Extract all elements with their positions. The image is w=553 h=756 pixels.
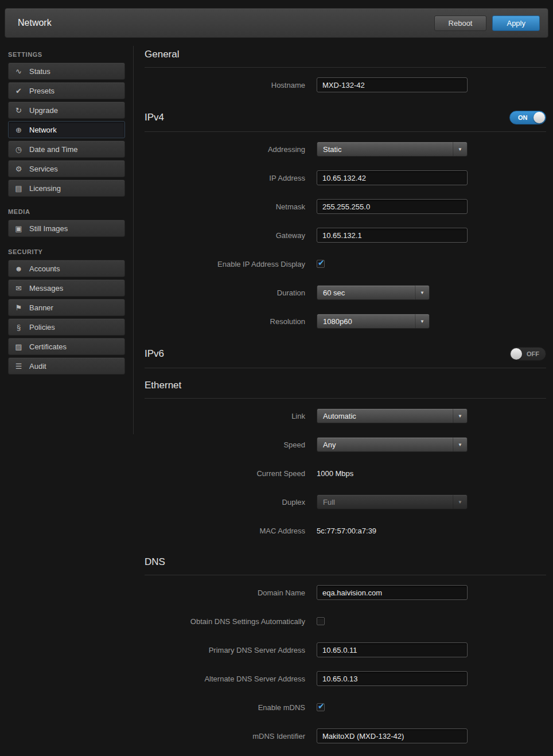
toggle-knob (533, 112, 545, 123)
domain-name-row: Domain Name (145, 578, 546, 607)
primary-dns-label: Primary DNS Server Address (145, 646, 305, 654)
globe-icon: ⊕ (14, 126, 24, 134)
sidebar-divider (133, 46, 134, 434)
top-bar: Network Reboot Apply (5, 8, 548, 38)
sidebar-item-label: Policies (29, 323, 55, 332)
hostname-input[interactable] (317, 77, 468, 92)
chevron-down-icon (453, 495, 467, 509)
resolution-label: Resolution (145, 317, 305, 326)
sidebar-item-date-and-time[interactable]: ◷ Date and Time (8, 141, 125, 158)
page: Network Reboot Apply SETTINGS ∿ Status ✔… (0, 0, 553, 756)
sidebar-item-still-images[interactable]: ▣ Still Images (8, 220, 125, 237)
sidebar-item-label: Presets (29, 87, 54, 95)
mac-address-label: MAC Address (145, 527, 305, 535)
sidebar-item-presets[interactable]: ✔ Presets (8, 82, 125, 99)
chevron-down-icon (415, 286, 429, 299)
section-title: IPv6 (145, 348, 164, 360)
ip-address-input[interactable] (317, 170, 468, 185)
link-row: Link Automatic (145, 402, 546, 430)
ipv4-toggle[interactable]: ON (509, 111, 546, 124)
ipv6-toggle[interactable]: OFF (509, 347, 546, 361)
domain-name-input[interactable] (317, 585, 468, 600)
section-title: DNS (145, 556, 165, 568)
sidebar-item-banner[interactable]: ⚑ Banner (8, 299, 125, 316)
sidebar-item-audit[interactable]: ☰ Audit (8, 357, 125, 375)
obtain-dns-checkbox[interactable] (317, 617, 325, 625)
user-icon: ☻ (14, 264, 24, 273)
speed-row: Speed Any (145, 430, 546, 459)
mdns-identifier-input[interactable] (317, 728, 468, 743)
clock-icon: ◷ (14, 145, 24, 154)
sidebar-item-label: Upgrade (29, 106, 58, 115)
gateway-row: Gateway (145, 221, 546, 250)
ip-display-label: Enable IP Address Display (145, 260, 305, 268)
duplex-row: Duplex Full (145, 488, 546, 516)
primary-dns-input[interactable] (317, 642, 468, 657)
mdns-identifier-row: mDNS Identifier (145, 722, 546, 750)
apply-button[interactable]: Apply (492, 15, 540, 31)
sidebar-item-label: Still Images (29, 224, 68, 233)
dropdown-value: 60 sec (317, 289, 415, 297)
duration-row: Duration 60 sec (145, 278, 546, 307)
sidebar-item-certificates[interactable]: ▨ Certificates (8, 338, 125, 355)
ip-address-row: IP Address (145, 163, 546, 192)
ethernet-rows: Link Automatic Speed Any Current Speed 1… (145, 399, 546, 545)
addressing-row: Addressing Static (145, 135, 546, 163)
sidebar-item-status[interactable]: ∿ Status (8, 63, 125, 80)
link-dropdown[interactable]: Automatic (317, 408, 468, 423)
ip-display-row: Enable IP Address Display (145, 250, 546, 278)
message-icon: ✉ (14, 284, 24, 293)
refresh-icon: ↻ (14, 106, 24, 115)
main-content: General Hostname IPv4 ON Addressing Stat… (145, 46, 546, 750)
chevron-down-icon (453, 438, 467, 451)
duration-dropdown[interactable]: 60 sec (317, 285, 430, 300)
sidebar-item-upgrade[interactable]: ↻ Upgrade (8, 102, 125, 119)
enable-ip-display-checkbox[interactable] (317, 260, 325, 268)
section-ipv4-header: IPv4 ON (145, 111, 546, 132)
speed-dropdown[interactable]: Any (317, 437, 468, 452)
gateway-input[interactable] (317, 228, 468, 243)
topbar-actions: Reboot Apply (434, 15, 540, 31)
hostname-row: Hostname (145, 71, 546, 99)
sidebar-item-label: Status (29, 67, 50, 76)
addressing-dropdown[interactable]: Static (317, 142, 468, 157)
chevron-down-icon (453, 142, 467, 156)
duplex-dropdown: Full (317, 494, 468, 509)
sidebar-item-label: Licensing (29, 184, 61, 193)
policy-icon: § (14, 323, 24, 332)
chart-icon: ∿ (14, 67, 24, 76)
section-title: IPv4 (145, 112, 164, 123)
sidebar-item-network[interactable]: ⊕ Network (8, 121, 125, 138)
resolution-dropdown[interactable]: 1080p60 (317, 314, 430, 329)
sidebar-item-label: Services (29, 165, 58, 173)
sidebar-item-services[interactable]: ⚙ Services (8, 160, 125, 177)
sidebar-item-label: Date and Time (29, 145, 78, 154)
dns-rows: Domain Name Obtain DNS Settings Automati… (145, 575, 546, 750)
enable-mdns-row: Enable mDNS (145, 693, 546, 722)
enable-mdns-checkbox[interactable] (317, 703, 325, 711)
duration-label: Duration (145, 289, 305, 297)
current-speed-row: Current Speed 1000 Mbps (145, 459, 546, 488)
sidebar-item-messages[interactable]: ✉ Messages (8, 279, 125, 297)
sidebar-item-label: Certificates (29, 342, 67, 351)
toggle-label: OFF (527, 350, 539, 357)
section-ipv6-header: IPv6 OFF (145, 347, 546, 368)
alternate-dns-input[interactable] (317, 671, 468, 686)
current-speed-label: Current Speed (145, 469, 305, 478)
netmask-input[interactable] (317, 199, 468, 214)
sidebar-section-settings: SETTINGS (8, 51, 125, 58)
sidebar-item-label: Messages (29, 284, 63, 293)
toggle-knob (511, 348, 522, 360)
sidebar-item-policies[interactable]: § Policies (8, 318, 125, 336)
ip-address-label: IP Address (145, 174, 305, 182)
reboot-button[interactable]: Reboot (434, 15, 487, 31)
section-dns-header: DNS (145, 556, 546, 575)
sidebar-item-licensing[interactable]: ▤ Licensing (8, 180, 125, 197)
speed-label: Speed (145, 441, 305, 449)
sidebar-item-accounts[interactable]: ☻ Accounts (8, 260, 125, 277)
alternate-dns-row: Alternate DNS Server Address (145, 664, 546, 693)
toggle-label: ON (518, 114, 528, 121)
sidebar-section-security: SECURITY (8, 248, 125, 255)
dropdown-value: Full (317, 498, 453, 506)
primary-dns-row: Primary DNS Server Address (145, 636, 546, 664)
